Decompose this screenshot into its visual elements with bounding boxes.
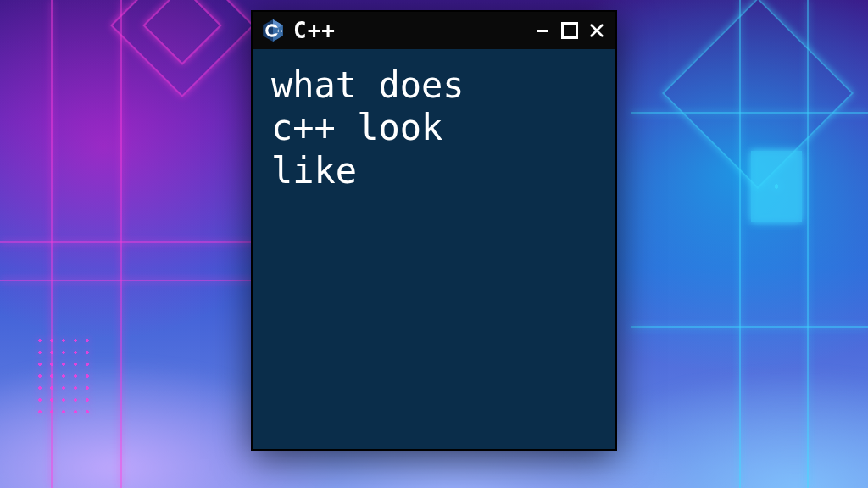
title-left: + + C++ [261, 18, 524, 43]
titlebar[interactable]: + + C++ [253, 12, 615, 49]
minimize-button[interactable] [532, 20, 553, 41]
window-title: C++ [293, 18, 336, 43]
svg-text:+: + [280, 28, 283, 33]
maximize-button[interactable] [559, 20, 580, 41]
cpp-hex-icon: + + [261, 19, 285, 42]
svg-rect-5 [269, 28, 273, 34]
app-window: + + C++ what does c++ look like [251, 10, 617, 451]
terminal-content: what does c++ look like [253, 49, 615, 449]
window-controls [532, 20, 607, 41]
close-button[interactable] [587, 20, 607, 41]
